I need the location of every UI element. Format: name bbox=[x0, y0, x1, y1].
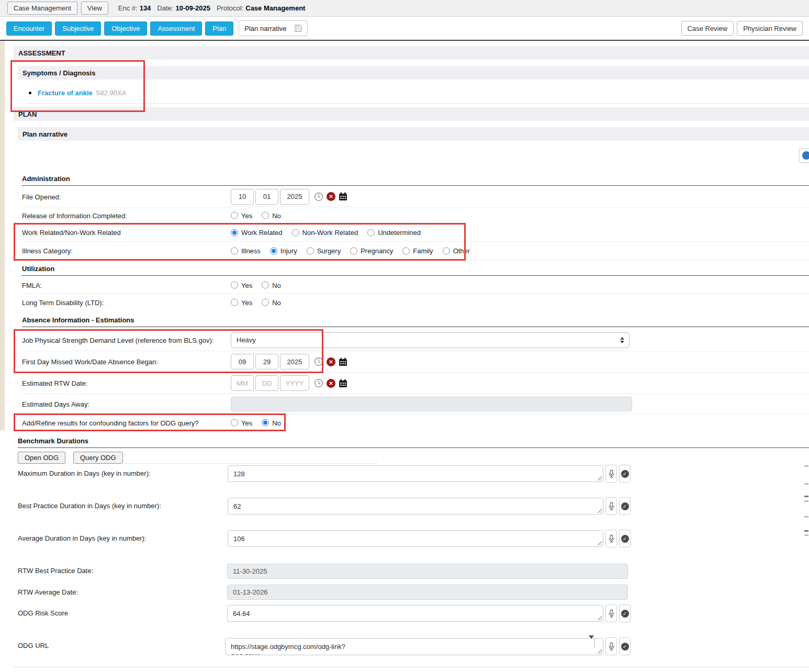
fmla-no-option[interactable]: No bbox=[262, 281, 281, 289]
clock-icon[interactable] bbox=[314, 357, 323, 366]
avg-duration-label: Average Duration in Days (key in number)… bbox=[18, 534, 146, 542]
case-review-button[interactable]: Case Review bbox=[681, 21, 734, 36]
tab-objective[interactable]: Objective bbox=[104, 21, 147, 36]
confirm-button[interactable]: ✓ bbox=[619, 637, 631, 655]
radio-checked-icon[interactable] bbox=[231, 229, 238, 236]
symptoms-diagnosis-title: Symptoms / Diagnosis bbox=[23, 69, 95, 77]
radio-checked-icon[interactable] bbox=[262, 419, 269, 427]
undetermined-option[interactable]: Undetermined bbox=[367, 229, 421, 237]
tab-subjective[interactable]: Subjective bbox=[55, 21, 101, 36]
select-arrows-icon bbox=[620, 337, 624, 343]
confirm-button[interactable]: ✓ bbox=[619, 604, 631, 622]
view-button[interactable]: View bbox=[81, 2, 108, 15]
radio-checked-icon[interactable] bbox=[270, 247, 277, 254]
radio-icon[interactable] bbox=[402, 247, 410, 254]
radio-icon[interactable] bbox=[443, 247, 450, 254]
radio-icon[interactable] bbox=[262, 212, 269, 219]
mic-button[interactable] bbox=[605, 465, 617, 483]
radio-icon[interactable] bbox=[231, 212, 238, 219]
radio-icon[interactable] bbox=[231, 282, 238, 289]
ltd-no-option[interactable]: No bbox=[262, 298, 281, 306]
odg-url-textarea[interactable]: https://stage.odgbymcg.com/odg-link? S82… bbox=[225, 638, 603, 655]
scroll-down-icon[interactable] bbox=[589, 635, 594, 647]
clock-icon[interactable] bbox=[314, 192, 323, 201]
tab-assessment[interactable]: Assessment bbox=[150, 21, 202, 36]
rtw-year-input[interactable] bbox=[280, 375, 309, 391]
max-duration-textarea[interactable]: 128 bbox=[228, 465, 603, 482]
confounding-factors-label: Add/Refine results for confounding facto… bbox=[22, 419, 198, 427]
work-related-option[interactable]: Work Related bbox=[231, 229, 283, 237]
file-opened-day-input[interactable] bbox=[255, 189, 278, 205]
illness-option[interactable]: Illness bbox=[231, 247, 261, 255]
radio-icon[interactable] bbox=[231, 299, 238, 306]
pregnancy-option[interactable]: Pregnancy bbox=[350, 247, 393, 255]
confirm-button[interactable]: ✓ bbox=[619, 497, 631, 515]
tab-plan[interactable]: Plan bbox=[205, 21, 233, 36]
diagnosis-link[interactable]: Fracture of ankle bbox=[38, 89, 93, 97]
query-odg-button[interactable]: Query ODG bbox=[73, 452, 123, 464]
clear-date-icon[interactable]: ✕ bbox=[327, 357, 335, 366]
injury-option[interactable]: Injury bbox=[270, 247, 297, 255]
mic-button[interactable] bbox=[605, 530, 617, 547]
clock-icon[interactable] bbox=[314, 378, 323, 388]
confirm-button[interactable]: ✓ bbox=[619, 530, 631, 547]
ltd-yes-option[interactable]: Yes bbox=[231, 298, 252, 306]
case-management-button[interactable]: Case Management bbox=[7, 2, 77, 15]
mic-icon bbox=[608, 642, 615, 651]
textarea-scrollbar[interactable] bbox=[589, 639, 595, 653]
radio-icon[interactable] bbox=[262, 282, 269, 289]
job-demand-select[interactable]: Heavy bbox=[231, 332, 630, 348]
family-option[interactable]: Family bbox=[402, 247, 433, 255]
odg-risk-textarea[interactable]: 64.64 bbox=[227, 605, 603, 622]
confounding-factors-row: Add/Refine results for confounding facto… bbox=[22, 414, 809, 431]
tab-encounter[interactable]: Encounter bbox=[6, 21, 52, 36]
radio-icon[interactable] bbox=[350, 247, 357, 254]
calendar-icon[interactable] bbox=[339, 357, 347, 366]
radio-icon[interactable] bbox=[231, 419, 238, 427]
file-opened-year-input[interactable] bbox=[280, 189, 309, 205]
radio-icon[interactable] bbox=[231, 247, 238, 254]
calendar-icon[interactable] bbox=[339, 379, 347, 388]
option-label: Yes bbox=[241, 298, 252, 306]
other-option[interactable]: Other bbox=[443, 247, 470, 255]
option-label: Yes bbox=[241, 281, 252, 289]
release-no-option[interactable]: No bbox=[262, 211, 281, 219]
estimated-rtw-row: Estimated RTW Date: ✕ bbox=[22, 373, 809, 394]
calendar-icon[interactable] bbox=[339, 192, 347, 201]
radio-icon[interactable] bbox=[307, 247, 314, 254]
first-day-month-input[interactable] bbox=[231, 354, 254, 369]
non-work-related-option[interactable]: Non-Work Related bbox=[292, 229, 358, 237]
radio-icon[interactable] bbox=[262, 299, 269, 306]
mic-button[interactable] bbox=[605, 637, 617, 655]
first-day-year-input[interactable] bbox=[280, 354, 309, 369]
clear-date-icon[interactable]: ✕ bbox=[327, 379, 335, 388]
mic-button[interactable] bbox=[605, 497, 617, 515]
best-duration-textarea[interactable]: 62 bbox=[228, 498, 603, 514]
mic-button[interactable] bbox=[605, 604, 617, 622]
clipped-side-button[interactable] bbox=[799, 148, 809, 163]
radio-icon[interactable] bbox=[292, 229, 299, 236]
plan-narrative-button[interactable]: Plan narrative bbox=[239, 20, 307, 36]
confound-yes-option[interactable]: Yes bbox=[231, 419, 252, 427]
avg-duration-textarea[interactable]: 106 bbox=[228, 530, 603, 547]
job-demand-row: Job Physical Strength Demand Level (refe… bbox=[22, 329, 809, 351]
bottom-divider bbox=[14, 667, 809, 667]
confirm-button[interactable]: ✓ bbox=[619, 465, 631, 483]
confound-no-option[interactable]: No bbox=[262, 419, 281, 427]
rtw-day-input[interactable] bbox=[255, 375, 278, 391]
job-demand-label: Job Physical Strength Demand Level (refe… bbox=[22, 336, 214, 344]
odg-url-label: ODG URL bbox=[18, 642, 49, 649]
surgery-option[interactable]: Surgery bbox=[307, 247, 341, 255]
first-day-day-input[interactable] bbox=[255, 354, 278, 369]
fmla-yes-option[interactable]: Yes bbox=[231, 281, 252, 289]
diagnosis-divider bbox=[26, 103, 809, 104]
radio-icon[interactable] bbox=[367, 229, 375, 236]
rtw-month-input[interactable] bbox=[231, 375, 254, 391]
assessment-title: ASSESSMENT bbox=[18, 49, 65, 57]
clear-date-icon[interactable]: ✕ bbox=[327, 192, 335, 201]
file-opened-month-input[interactable] bbox=[231, 189, 254, 205]
release-yes-option[interactable]: Yes bbox=[231, 211, 252, 219]
open-odg-button[interactable]: Open ODG bbox=[18, 452, 65, 464]
physician-review-button[interactable]: Physician Review bbox=[737, 21, 803, 36]
enc-number: Enc #:134 bbox=[118, 4, 151, 12]
